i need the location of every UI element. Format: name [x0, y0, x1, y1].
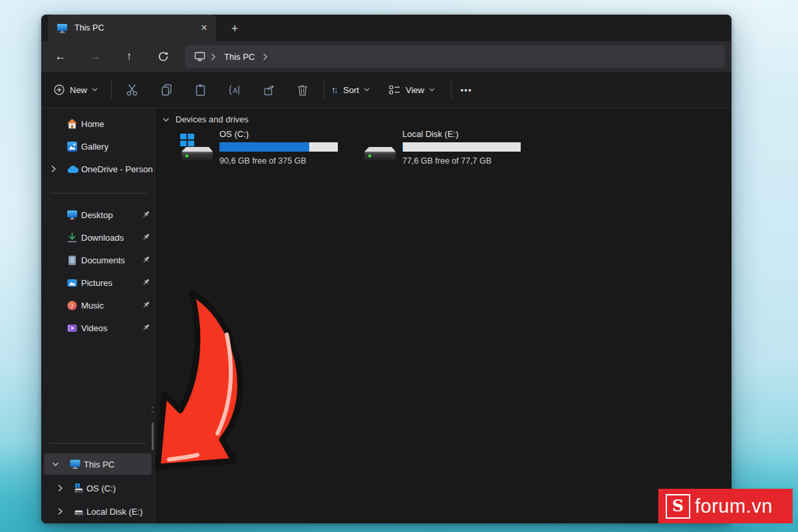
os-drive-icon [73, 483, 84, 494]
drive-item-os-c[interactable]: OS (C:) 90,6 GB free of 375 GB [178, 129, 351, 173]
sidebar-item-music[interactable]: ♪ Music [41, 295, 154, 316]
cut-icon [125, 83, 139, 97]
music-note-glyph: ♪ [70, 302, 74, 309]
cut-button[interactable] [120, 79, 143, 100]
sidebar-item-label: OS (C:) [86, 483, 116, 493]
tab-strip: This PC × + [41, 15, 732, 41]
location-monitor-icon [194, 51, 205, 62]
rename-icon: A [227, 83, 242, 97]
chevron-down-icon [429, 88, 435, 92]
sidebar-item-label: Downloads [81, 233, 124, 243]
drive-usage-fill [219, 142, 309, 152]
sidebar-item-onedrive[interactable]: OneDrive - Persona [41, 158, 154, 180]
toolbar-separator [111, 80, 112, 99]
sidebar-item-label: Pictures [81, 278, 112, 288]
sidebar-item-label: Local Disk (E:) [86, 507, 143, 517]
sforum-watermark: S forum.vn [658, 489, 793, 523]
chevron-right-icon[interactable] [57, 507, 65, 515]
breadcrumb-chevron-icon[interactable] [263, 53, 268, 61]
sidebar-item-label: Music [81, 301, 104, 311]
section-collapse-chevron-icon [162, 117, 170, 122]
sidebar-item-desktop[interactable]: Desktop [41, 204, 154, 225]
address-bar[interactable]: This PC [185, 45, 725, 68]
back-button[interactable]: ← [49, 46, 72, 67]
refresh-icon [158, 51, 169, 63]
pin-icon [142, 210, 150, 219]
rename-button[interactable]: A [223, 79, 246, 100]
copy-icon [160, 83, 174, 97]
sidebar-item-label: This PC [84, 460, 114, 469]
sidebar-scrollbar-thumb[interactable] [152, 422, 154, 450]
sidebar-item-home[interactable]: Home [41, 113, 154, 134]
tab-close-icon[interactable]: × [196, 22, 212, 34]
refresh-button[interactable] [152, 46, 174, 67]
drive-usage-fill [402, 142, 403, 152]
view-button-label: View [406, 85, 424, 95]
sidebar-divider [50, 443, 147, 444]
chevron-right-icon[interactable] [57, 484, 65, 492]
forward-button: → [84, 46, 106, 67]
gallery-icon [66, 141, 78, 152]
sidebar-item-videos[interactable]: Videos [41, 317, 154, 338]
sort-button[interactable]: ↑ ↓ Sort [329, 79, 372, 100]
command-bar: New [41, 72, 732, 108]
drive-name: Local Disk (E:) [402, 129, 521, 139]
devices-and-drives-header[interactable]: Devices and drives [162, 114, 249, 124]
sidebar-item-downloads[interactable]: Downloads [41, 227, 154, 248]
sidebar-item-local-disk-e[interactable]: Local Disk (E:) [41, 501, 154, 522]
sidebar-item-documents[interactable]: Documents [41, 249, 154, 271]
downloads-icon [66, 232, 78, 243]
sidebar-item-label: Documents [81, 255, 125, 265]
documents-icon [66, 255, 78, 266]
more-options-button[interactable]: ●●● [456, 79, 476, 100]
pictures-icon [66, 277, 78, 289]
videos-icon [66, 323, 78, 334]
onedrive-icon [66, 164, 78, 175]
home-icon [66, 118, 78, 130]
share-button[interactable] [257, 79, 280, 100]
sidebar-item-gallery[interactable]: Gallery [41, 136, 154, 157]
chevron-right-icon[interactable] [51, 165, 59, 173]
file-explorer-window: This PC × + ← → ↑ [41, 15, 732, 523]
this-pc-icon [69, 459, 80, 470]
tab-title: This PC [74, 23, 196, 33]
paste-button[interactable] [189, 79, 211, 100]
copy-button[interactable] [155, 79, 178, 100]
up-button[interactable]: ↑ [118, 46, 140, 67]
view-icon [388, 84, 401, 96]
pin-icon [142, 301, 150, 309]
drive-item-local-disk-e[interactable]: Local Disk (E:) 77,6 GB free of 77,7 GB [361, 129, 534, 173]
drive-name: OS (C:) [219, 129, 338, 139]
pin-icon [142, 233, 150, 241]
pin-icon [142, 278, 150, 287]
new-button[interactable]: New [51, 79, 100, 100]
svg-text:A: A [233, 86, 237, 94]
navigation-pane: Home Gallery [41, 108, 154, 523]
delete-button[interactable] [291, 79, 314, 100]
sidebar-item-os-c[interactable]: OS (C:) [41, 477, 154, 499]
scrollbar-dot [152, 411, 153, 412]
share-icon [262, 83, 276, 97]
trash-icon [295, 83, 310, 97]
drive-free-space: 90,6 GB free of 375 GB [219, 156, 338, 166]
sidebar-item-this-pc[interactable]: This PC [44, 454, 152, 475]
chevron-down-icon [364, 88, 370, 92]
drive-usage-bar [219, 142, 338, 152]
pin-icon [142, 255, 150, 264]
new-tab-button[interactable]: + [226, 20, 243, 37]
scrollbar-dot [152, 407, 153, 408]
new-button-label: New [70, 85, 87, 95]
breadcrumb-this-pc[interactable]: This PC [224, 52, 255, 62]
sidebar-item-pictures[interactable]: Pictures [41, 272, 154, 293]
breadcrumb-chevron-icon [211, 53, 216, 61]
tab-this-pc[interactable]: This PC × [48, 15, 216, 41]
desktop-icon [66, 209, 78, 221]
drive-usage-bar [402, 142, 521, 152]
sort-button-label: Sort [343, 85, 359, 95]
sidebar-divider [50, 193, 147, 194]
view-button[interactable]: View [386, 79, 438, 100]
chevron-down-icon[interactable] [52, 462, 60, 467]
sidebar-item-label: Videos [81, 323, 108, 333]
music-icon: ♪ [66, 300, 78, 311]
section-title: Devices and drives [176, 114, 249, 124]
